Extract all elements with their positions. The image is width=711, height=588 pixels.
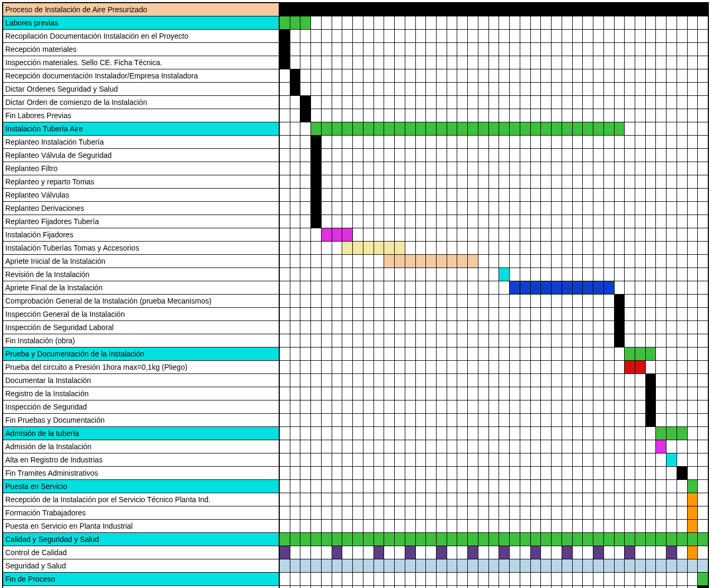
gantt-cell bbox=[322, 175, 332, 188]
section-row: Puesta en Servicio bbox=[3, 480, 708, 493]
gantt-cell bbox=[541, 202, 552, 215]
gantt-cell bbox=[656, 546, 666, 559]
gantt-cell bbox=[478, 202, 489, 215]
gantt-cell bbox=[520, 480, 531, 493]
gantt-cell bbox=[510, 175, 520, 188]
gantt-cell bbox=[656, 43, 666, 56]
gantt-cell bbox=[499, 308, 510, 320]
task-row: Puesta en Servicio en Planta Industrial bbox=[3, 520, 708, 533]
gantt-cell bbox=[625, 334, 635, 347]
gantt-cell bbox=[437, 175, 447, 188]
gantt-cell bbox=[615, 493, 625, 506]
gantt-cell bbox=[280, 189, 290, 201]
gantt-cell bbox=[499, 414, 510, 426]
gantt-cell bbox=[677, 573, 688, 585]
gantt-cell bbox=[290, 215, 301, 228]
gantt-cell bbox=[677, 255, 688, 268]
gantt-cell bbox=[395, 175, 405, 188]
gantt-cell bbox=[604, 295, 615, 307]
gantt-cell bbox=[395, 400, 405, 413]
gantt-cell bbox=[290, 348, 301, 360]
gantt-cell bbox=[395, 361, 405, 373]
gantt-cell bbox=[290, 268, 301, 281]
timeline bbox=[280, 189, 708, 201]
gantt-cell bbox=[531, 586, 541, 588]
gantt-cell bbox=[573, 427, 583, 440]
gantt-cell bbox=[290, 533, 301, 546]
task-label: Documentar la Instalación bbox=[3, 374, 280, 387]
gantt-cell bbox=[698, 215, 708, 228]
gantt-cell bbox=[300, 506, 311, 519]
gantt-cell bbox=[562, 83, 573, 95]
gantt-cell bbox=[342, 96, 353, 109]
gantt-cell bbox=[363, 255, 374, 268]
gantt-cell bbox=[437, 467, 447, 479]
gantt-cell bbox=[353, 374, 363, 387]
gantt-cell bbox=[416, 348, 426, 360]
gantt-cell bbox=[656, 427, 666, 440]
gantt-cell bbox=[688, 559, 698, 572]
gantt-cell bbox=[468, 334, 478, 347]
gantt-cell bbox=[300, 546, 311, 559]
gantt-cell bbox=[342, 308, 353, 320]
gantt-cell bbox=[646, 427, 656, 440]
gantt-cell bbox=[656, 215, 666, 228]
gantt-cell bbox=[625, 573, 635, 585]
gantt-cell bbox=[342, 189, 353, 201]
gantt-cell bbox=[363, 546, 374, 559]
gantt-cell bbox=[520, 361, 531, 373]
gantt-cell bbox=[416, 162, 426, 175]
gantt-cell bbox=[531, 43, 541, 56]
gantt-cell bbox=[625, 30, 635, 42]
task-label: Fin Instalación (obra) bbox=[3, 334, 280, 347]
gantt-cell bbox=[635, 162, 646, 175]
gantt-cell bbox=[531, 16, 541, 29]
gantt-cell bbox=[395, 559, 405, 572]
gantt-cell bbox=[426, 467, 437, 479]
gantt-cell bbox=[374, 440, 385, 453]
gantt-cell bbox=[552, 136, 562, 148]
gantt-cell bbox=[499, 321, 510, 334]
gantt-cell bbox=[583, 493, 593, 506]
gantt-cell bbox=[688, 427, 698, 440]
gantt-cell bbox=[615, 96, 625, 109]
gantt-cell bbox=[615, 122, 625, 135]
gantt-cell bbox=[677, 414, 688, 426]
gantt-cell bbox=[447, 175, 458, 188]
gantt-cell bbox=[416, 361, 426, 373]
gantt-cell bbox=[332, 228, 343, 241]
gantt-cell bbox=[322, 136, 332, 148]
gantt-cell bbox=[656, 453, 666, 466]
gantt-cell bbox=[280, 16, 290, 29]
gantt-cell bbox=[395, 16, 405, 29]
gantt-cell bbox=[583, 228, 593, 241]
gantt-cell bbox=[332, 242, 343, 254]
timeline bbox=[280, 215, 708, 228]
gantt-cell bbox=[489, 559, 500, 572]
gantt-cell bbox=[698, 573, 708, 585]
gantt-cell bbox=[447, 228, 458, 241]
gantt-cell bbox=[593, 533, 604, 546]
gantt-cell bbox=[342, 295, 353, 307]
gantt-cell bbox=[583, 440, 593, 453]
gantt-cell bbox=[656, 506, 666, 519]
gantt-cell bbox=[698, 56, 708, 69]
gantt-cell bbox=[437, 268, 447, 281]
gantt-cell bbox=[552, 175, 562, 188]
gantt-cell bbox=[457, 162, 468, 175]
gantt-cell bbox=[520, 348, 531, 360]
gantt-cell bbox=[510, 162, 520, 175]
gantt-cell bbox=[384, 453, 395, 466]
gantt-cell bbox=[395, 228, 405, 241]
gantt-cell bbox=[478, 109, 489, 122]
gantt-cell bbox=[384, 162, 395, 175]
gantt-cell bbox=[447, 215, 458, 228]
gantt-cell bbox=[416, 69, 426, 82]
gantt-cell bbox=[426, 255, 437, 268]
gantt-cell bbox=[520, 69, 531, 82]
gantt-cell bbox=[677, 69, 688, 82]
gantt-cell bbox=[384, 43, 395, 56]
gantt-cell bbox=[405, 96, 416, 109]
gantt-cell bbox=[520, 321, 531, 334]
gantt-cell bbox=[698, 440, 708, 453]
